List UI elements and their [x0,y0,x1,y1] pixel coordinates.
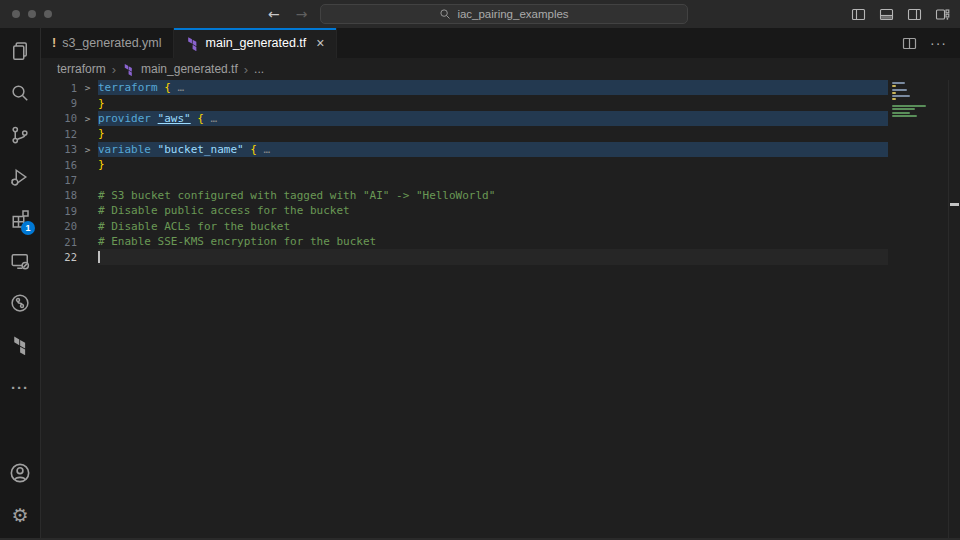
breadcrumb: terraform › main_generated.tf › ... [41,58,960,80]
line-number[interactable]: 16 [41,159,77,171]
explorer-icon[interactable] [0,30,40,72]
code-line-20[interactable]: 20# Disable ACLs for the bucket [41,219,888,234]
code-text[interactable]: # Disable public access for the bucket [98,203,888,218]
search-value: iac_pairing_examples [457,8,568,20]
breadcrumb-folder[interactable]: terraform [57,62,106,76]
minimap-line [892,82,905,84]
tab-bar: ! s3_generated.yml main_generated.tf × [41,28,960,58]
toggle-primary-sidebar-icon[interactable] [851,7,866,22]
code-line-12[interactable]: 12} [41,126,888,141]
search-icon [439,8,451,20]
extensions-icon[interactable]: 1 [0,198,40,240]
fold-chevron-icon[interactable]: > [77,82,98,93]
terraform-file-icon [122,63,135,76]
overview-ruler-cursor-mark [950,203,959,206]
minimap-line [892,89,907,91]
search-view-icon[interactable] [0,72,40,114]
code-line-19[interactable]: 19# Disable public access for the bucket [41,203,888,218]
accounts-icon[interactable] [0,452,40,494]
overview-ruler-scrollbar[interactable] [948,80,960,540]
window-controls [0,10,52,18]
extensions-badge: 1 [21,221,35,235]
activity-bar: 1 [0,28,41,540]
problem-indicator: ! [52,36,56,50]
line-number[interactable]: 1 [41,82,77,94]
code-line-1[interactable]: 1>terraform { … [41,80,888,95]
toggle-panel-icon[interactable] [879,7,894,22]
title-bar: ← → iac_pairing_examples [0,0,960,28]
vscode-window: ← → iac_pairing_examples [0,0,960,540]
editor-group: ! s3_generated.yml main_generated.tf × [41,28,960,540]
window-zoom-button[interactable] [44,10,52,18]
source-control-icon[interactable] [0,114,40,156]
code-text[interactable]: } [98,157,888,172]
line-number[interactable]: 17 [41,174,77,186]
code-text[interactable]: # Enable SSE-KMS encryption for the buck… [98,234,888,249]
split-editor-icon[interactable] [902,36,917,51]
minimap-line [892,85,896,87]
window-close-button[interactable] [12,10,20,18]
fold-chevron-icon[interactable]: > [77,144,98,155]
code-line-13[interactable]: 13>variable "bucket_name" { … [41,142,888,157]
terraform-view-icon[interactable] [0,324,40,366]
additional-views-icon[interactable]: ··· [0,366,40,408]
line-number[interactable]: 22 [41,251,77,263]
minimap-line [892,92,896,94]
code-lines: 1>terraform { …9}10>provider "aws" { …12… [41,80,888,265]
code-line-16[interactable]: 16} [41,157,888,172]
line-number[interactable]: 10 [41,112,77,124]
minimap-line [892,108,915,110]
code-editor[interactable]: 1>terraform { …9}10>provider "aws" { …12… [41,80,960,540]
code-line-21[interactable]: 21# Enable SSE-KMS encryption for the bu… [41,234,888,249]
breadcrumb-symbol[interactable]: ... [254,62,264,76]
minimap-line [892,112,910,114]
code-text[interactable]: terraform { … [98,80,888,95]
toggle-secondary-sidebar-icon[interactable] [907,7,922,22]
tab-label: s3_generated.yml [62,36,161,50]
code-line-18[interactable]: 18# S3 bucket configured with tagged wit… [41,188,888,203]
window-minimize-button[interactable] [28,10,36,18]
navigate-back-icon[interactable]: ← [268,6,280,22]
tab-close-icon[interactable]: × [316,36,324,50]
line-number[interactable]: 9 [41,97,77,109]
line-number[interactable]: 18 [41,189,77,201]
command-center-search[interactable]: iac_pairing_examples [320,4,688,24]
text-cursor [98,251,100,263]
chevron-right-icon: › [112,62,116,77]
customize-layout-icon[interactable] [935,7,950,22]
minimap-line [892,105,926,107]
minimap[interactable] [892,82,946,122]
code-line-22[interactable]: 22 [41,249,888,264]
tab-label: main_generated.tf [206,36,307,50]
breadcrumb-file[interactable]: main_generated.tf [141,62,238,76]
fold-chevron-icon[interactable]: > [77,113,98,124]
navigate-forward-icon[interactable]: → [296,6,308,22]
settings-gear-icon[interactable]: ⚙ [0,494,40,536]
minimap-line [892,98,896,100]
code-text[interactable]: variable "bucket_name" { … [98,142,888,157]
code-line-17[interactable]: 17 [41,172,888,187]
code-text[interactable]: # S3 bucket configured with tagged with … [98,188,888,203]
line-number[interactable]: 13 [41,143,77,155]
code-text[interactable] [98,249,888,264]
run-debug-icon[interactable] [0,156,40,198]
minimap-line [892,115,917,117]
line-number[interactable]: 20 [41,220,77,232]
terraform-file-icon [185,36,200,51]
code-text[interactable]: # Disable ACLs for the bucket [98,219,888,234]
remote-explorer-icon[interactable] [0,240,40,282]
code-text[interactable]: } [98,126,888,141]
line-number[interactable]: 21 [41,236,77,248]
line-number[interactable]: 12 [41,128,77,140]
tab-main-generated-tf[interactable]: main_generated.tf × [174,28,337,58]
code-line-9[interactable]: 9} [41,95,888,110]
code-line-10[interactable]: 10>provider "aws" { … [41,111,888,126]
code-text[interactable] [98,172,888,187]
editor-more-actions-icon[interactable]: ··· [930,35,947,51]
code-text[interactable]: } [98,95,888,110]
gitlens-icon[interactable] [0,282,40,324]
line-number[interactable]: 19 [41,205,77,217]
chevron-right-icon: › [244,62,248,77]
tab-s3-generated-yml[interactable]: ! s3_generated.yml [41,28,174,58]
code-text[interactable]: provider "aws" { … [98,111,888,126]
